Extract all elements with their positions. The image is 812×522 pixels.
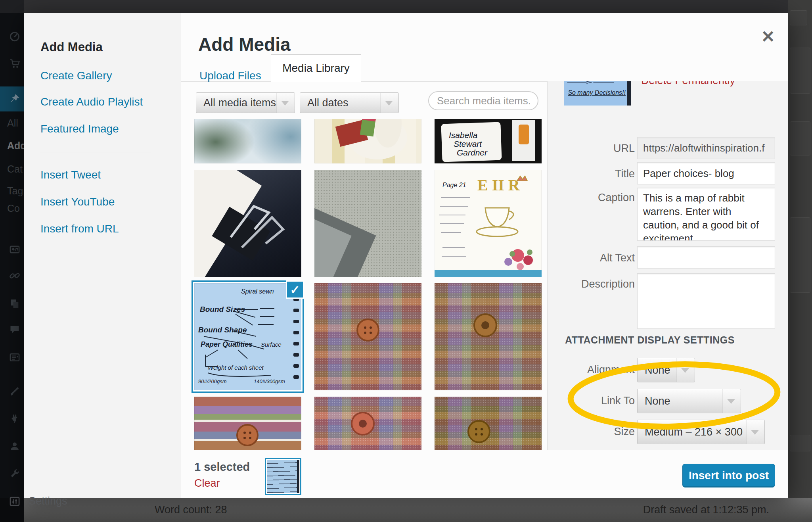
menu-item-insert-youtube[interactable]: Insert YouTube: [40, 196, 115, 208]
media-type-filter[interactable]: All media items: [196, 92, 295, 113]
date-filter-value: All dates: [307, 93, 349, 113]
media-thumbnail[interactable]: [314, 119, 421, 163]
sidebar-item-add[interactable]: Add: [7, 140, 24, 152]
insert-into-post-button[interactable]: Insert into post: [682, 464, 775, 487]
link-icon[interactable]: [9, 270, 20, 281]
menu-item-create-audio-playlist[interactable]: Create Audio Playlist: [40, 96, 143, 108]
sidebar-item-co[interactable]: Co: [7, 203, 24, 214]
sidebar-item-categories[interactable]: Cat: [7, 163, 24, 175]
alignment-select[interactable]: None: [637, 358, 695, 382]
sidebar-item-tags[interactable]: Tag: [7, 185, 24, 197]
chevron-down-icon: [722, 389, 741, 413]
tools-wrench-icon[interactable]: [9, 468, 20, 479]
caption-field[interactable]: This is a map of rabbit warrens. Enter w…: [637, 188, 775, 241]
draft-saved-status: Draft saved at 1:12:35 pm.: [643, 504, 769, 516]
delete-permanently-link[interactable]: Delete Permanently: [641, 81, 735, 87]
size-label: Size: [548, 426, 635, 438]
settings-sliders-icon[interactable]: [9, 496, 20, 507]
title-label: Title: [548, 168, 635, 180]
word-count: Word count: 28: [155, 504, 227, 516]
svg-text:Surface: Surface: [261, 341, 282, 348]
tab-upload-files[interactable]: Upload Files: [199, 69, 261, 82]
panel-divider: [564, 120, 776, 120]
svg-text:90#/200gsm: 90#/200gsm: [198, 378, 227, 384]
appearance-brush-icon[interactable]: [9, 386, 20, 397]
search-input[interactable]: [428, 91, 538, 110]
media-thumbnail[interactable]: [314, 170, 421, 277]
admin-topbar-corner: [0, 0, 24, 13]
menu-item-insert-from-url[interactable]: Insert from URL: [40, 223, 119, 235]
svg-text:Gardner: Gardner: [457, 148, 488, 157]
size-value: Medium – 216 × 300: [645, 420, 743, 444]
clear-selection-link[interactable]: Clear: [194, 477, 220, 489]
check-icon[interactable]: ✓: [286, 280, 304, 299]
media-thumbnail[interactable]: [314, 397, 421, 450]
menu-item-featured-image[interactable]: Featured Image: [40, 123, 119, 135]
cart-icon[interactable]: [9, 58, 20, 69]
plugins-icon[interactable]: [9, 413, 20, 424]
description-label: Description: [548, 278, 635, 290]
close-icon[interactable]: ✕: [755, 24, 781, 50]
alt-text-field[interactable]: [637, 246, 775, 269]
users-icon[interactable]: [9, 441, 20, 452]
media-modal-menu: Add Media Create Gallery Create Audio Pl…: [24, 13, 181, 498]
chevron-down-icon: [276, 93, 295, 113]
menu-item-insert-tweet[interactable]: Insert Tweet: [40, 169, 101, 181]
media-thumbnail[interactable]: [435, 283, 542, 390]
selected-item-mini-thumbnail: [265, 458, 301, 495]
modal-footer-toolbar: 1 selected Clear Insert into post: [181, 450, 788, 498]
pages-icon[interactable]: [9, 298, 20, 309]
dashboard-icon[interactable]: [9, 31, 20, 42]
svg-text:140#/300gsm: 140#/300gsm: [254, 378, 285, 384]
caption-label: Caption: [548, 192, 635, 204]
dimmed-editor-footer: Word count: 28 Draft saved at 1:12:35 pm…: [24, 498, 812, 522]
screen: All Add Cat Tag Co: [0, 0, 812, 522]
media-thumbnail[interactable]: Page 21 E II R: [435, 170, 542, 277]
alt-text-label: Alt Text: [548, 252, 635, 264]
editor-box-edge: [145, 519, 775, 519]
selected-media-item[interactable]: Spiral sewn Bound Sizes Bound Shape Pape…: [192, 280, 304, 393]
media-thumbnail[interactable]: [194, 119, 301, 163]
attachment-details-panel: So many Decisions!! Delete Permanently U…: [547, 81, 788, 450]
svg-text:So many Decisions!!: So many Decisions!!: [568, 89, 626, 96]
date-filter[interactable]: All dates: [300, 92, 399, 113]
attachment-preview-thumbnail: So many Decisions!!: [564, 81, 631, 106]
alignment-label: Alignment: [548, 364, 635, 376]
description-field[interactable]: [637, 273, 775, 329]
dimmed-page-right-edge: [788, 0, 812, 522]
media-thumbnail[interactable]: [194, 170, 301, 277]
media-thumbnail[interactable]: [314, 283, 421, 390]
comments-icon[interactable]: [9, 324, 20, 335]
media-thumbnail[interactable]: [435, 397, 542, 450]
media-type-filter-value: All media items: [203, 93, 276, 113]
svg-text:E II R: E II R: [477, 176, 520, 194]
admin-topbar: [0, 0, 812, 13]
svg-text:Paper Qualities: Paper Qualities: [201, 340, 253, 348]
menu-item-create-gallery[interactable]: Create Gallery: [40, 69, 112, 82]
title-field[interactable]: [637, 162, 775, 184]
media-thumbnail[interactable]: Isabella Stewart Gardner: [435, 119, 542, 163]
media-thumbnail[interactable]: [194, 397, 301, 450]
svg-text:Stewart: Stewart: [454, 139, 482, 148]
link-to-value: None: [645, 389, 670, 413]
pushpin-icon[interactable]: [9, 93, 20, 104]
svg-text:Isabella: Isabella: [449, 130, 477, 140]
alignment-value: None: [645, 358, 670, 382]
media-grid[interactable]: Isabella Stewart Gardner: [181, 119, 547, 450]
size-select[interactable]: Medium – 216 × 300: [637, 420, 765, 444]
svg-text:Page 21: Page 21: [442, 182, 466, 188]
link-to-label: Link To: [548, 395, 635, 407]
svg-text:Weight of each sheet: Weight of each sheet: [208, 364, 264, 371]
url-label: URL: [548, 142, 635, 155]
media-thumbnail[interactable]: Spiral sewn Bound Sizes Bound Shape Pape…: [194, 283, 301, 390]
form-icon[interactable]: [9, 352, 20, 363]
sidebar-item-all[interactable]: All: [7, 117, 24, 129]
media-icon[interactable]: [9, 244, 20, 255]
tab-media-library[interactable]: Media Library: [271, 54, 361, 82]
selection-count: 1 selected: [194, 461, 250, 474]
link-to-select[interactable]: None: [637, 389, 741, 413]
url-field[interactable]: [637, 137, 775, 159]
attachment-display-settings-heading: ATTACHMENT DISPLAY SETTINGS: [565, 334, 735, 346]
sidebar-item-settings[interactable]: Settings: [29, 495, 67, 507]
menu-divider: [40, 152, 151, 152]
